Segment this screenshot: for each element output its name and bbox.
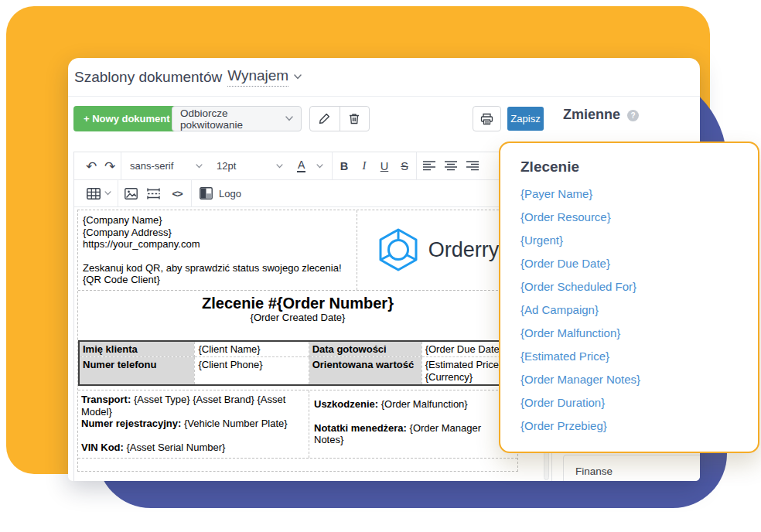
chevron-down-icon — [285, 116, 293, 121]
actions-toolbar: + Nowy dokument Odbiorcze pokwitowanie — [68, 97, 700, 140]
insert-image-button[interactable] — [120, 188, 142, 200]
page-break-button[interactable] — [142, 188, 165, 200]
variable-link[interactable]: {Payer Name} — [520, 182, 738, 206]
order-date: {Order Created Date} — [78, 312, 517, 324]
header: Szablony dokumentów Wynajem — [68, 58, 700, 97]
variable-link[interactable]: {Order Przebieg} — [520, 414, 738, 438]
qr-code-token: {QR Code Client} — [83, 274, 352, 286]
company-url: https://your_company.com — [83, 238, 352, 251]
align-left-button[interactable] — [418, 161, 440, 171]
strikethrough-button[interactable]: S — [394, 160, 415, 172]
variable-link[interactable]: {Order Duration} — [520, 391, 738, 414]
variable-link[interactable]: {Order Scheduled For} — [520, 275, 738, 298]
insert-logo-label: Logo — [219, 188, 241, 200]
help-icon[interactable]: ? — [627, 110, 639, 121]
underline-button[interactable]: U — [374, 160, 394, 172]
document-canvas[interactable]: {Company Name} {Company Address} https:/… — [77, 210, 518, 472]
malfunction-cell: Uszkodzenie: {Order Malfunction} Notatki… — [309, 390, 517, 458]
variable-link[interactable]: {Order Manager Notes} — [520, 368, 738, 391]
variable-link[interactable]: {Urgent} — [520, 229, 738, 252]
italic-button[interactable]: I — [354, 159, 374, 172]
client-phone-label: Numer telefonu — [79, 357, 195, 386]
insert-table-select[interactable] — [82, 188, 116, 200]
client-name-label: Imię klienta — [79, 341, 195, 357]
pencil-icon — [319, 113, 330, 124]
bold-button[interactable]: B — [334, 160, 354, 172]
variable-link[interactable]: {Order Malfunction} — [520, 322, 738, 345]
logo-cell: Orderry — [357, 210, 517, 290]
toolbar-divider — [416, 152, 417, 179]
table-row: Numer telefonu {Client Phone} Orientowan… — [79, 357, 517, 386]
align-center-button[interactable] — [440, 161, 462, 171]
variable-link[interactable]: {Order Due Date} — [520, 252, 738, 275]
variables-popup-panel: Zlecenie {Payer Name} {Order Resource} {… — [499, 142, 759, 453]
asset-details-row: Transport: {Asset Type} {Asset Brand} {A… — [78, 390, 517, 459]
chevron-down-icon — [104, 191, 111, 196]
sidebar-item-finanse[interactable]: Finanse — [563, 455, 700, 481]
image-icon — [125, 188, 138, 200]
template-select[interactable]: Odbiorcze pokwitowanie — [172, 106, 302, 131]
editor-toolbar-row1: ↶ ↷ sans-serif 12pt A B I U — [74, 152, 551, 180]
source-code-button[interactable]: <> — [165, 188, 189, 200]
edit-template-button[interactable] — [310, 107, 340, 131]
text-color-icon: A — [297, 159, 305, 172]
text-color-select[interactable]: A — [290, 159, 330, 172]
qr-instruction: Zeskanuj kod QR, aby sprawdzić status sw… — [83, 262, 352, 275]
toolbar-divider — [191, 180, 192, 206]
chevron-down-icon — [196, 164, 203, 169]
delete-template-button[interactable] — [340, 107, 370, 131]
editor-toolbar-row2: <> Logo — [74, 180, 551, 207]
template-group-dropdown[interactable]: Wynajem — [227, 67, 288, 87]
toolbar-divider — [121, 152, 121, 179]
variables-group-title: Zlecenie — [520, 159, 738, 176]
template-select-value: Odbiorcze pokwitowanie — [180, 107, 285, 131]
client-name-value: {Client Name} — [195, 341, 309, 357]
trash-icon — [349, 113, 360, 124]
undo-button[interactable]: ↶ — [82, 159, 101, 174]
table-row: Imię klienta {Client Name} Data gotowośc… — [79, 341, 517, 357]
company-address: {Company Address} — [83, 227, 352, 239]
company-name: {Company Name} — [83, 214, 352, 227]
chevron-down-icon — [316, 164, 323, 169]
client-phone-value: {Client Phone} — [195, 357, 309, 386]
orderry-cube-icon — [376, 227, 421, 272]
page-title: Szablony dokumentów Wynajem — [74, 67, 302, 87]
save-button[interactable]: Zapisz — [507, 107, 544, 131]
page-background: Szablony dokumentów Wynajem + Nowy dokum… — [0, 0, 761, 532]
table-icon — [87, 188, 101, 200]
company-info-cell: {Company Name} {Company Address} https:/… — [78, 210, 357, 290]
toolbar-divider — [118, 180, 118, 206]
new-document-button[interactable]: + Nowy dokument — [73, 106, 180, 131]
align-right-button[interactable] — [462, 161, 483, 171]
variables-panel-title: Zmienne — [563, 107, 620, 123]
rich-text-editor: ↶ ↷ sans-serif 12pt A B I U — [73, 152, 552, 481]
printer-icon — [480, 113, 493, 125]
due-date-label: Data gotowości — [309, 341, 421, 357]
logo-cell-icon — [200, 187, 213, 200]
variable-link[interactable]: {Estimated Price} — [520, 345, 738, 368]
document-table: {Company Name} {Company Address} https:/… — [77, 210, 518, 472]
insert-logo-button[interactable]: Logo — [193, 187, 247, 200]
order-heading: Zlecenie #{Order Number} — [78, 298, 517, 310]
redo-button[interactable]: ↷ — [101, 159, 119, 174]
print-button[interactable] — [473, 106, 501, 131]
variable-link[interactable]: {Order Resource} — [520, 206, 738, 229]
document-heading: Zlecenie #{Order Number} {Order Created … — [78, 291, 517, 334]
client-info-table: Imię klienta {Client Name} Data gotowośc… — [78, 340, 517, 387]
estimated-value-label: Orientowana wartość — [309, 357, 421, 386]
variable-link[interactable]: {Ad Campaign} — [520, 298, 738, 322]
page-break-icon — [147, 188, 160, 200]
font-size-select[interactable]: 12pt — [210, 160, 290, 172]
empty-document-row — [78, 459, 517, 471]
page-title-text: Szablony dokumentów — [74, 69, 222, 86]
chevron-down-icon — [276, 164, 283, 169]
asset-cell: Transport: {Asset Type} {Asset Brand} {A… — [78, 390, 309, 458]
chevron-down-icon — [294, 74, 302, 80]
toolbar-divider — [332, 152, 333, 179]
orderry-logo-text: Orderry — [428, 244, 500, 257]
edit-delete-button-group — [309, 106, 370, 131]
font-family-select[interactable]: sans-serif — [123, 160, 210, 172]
